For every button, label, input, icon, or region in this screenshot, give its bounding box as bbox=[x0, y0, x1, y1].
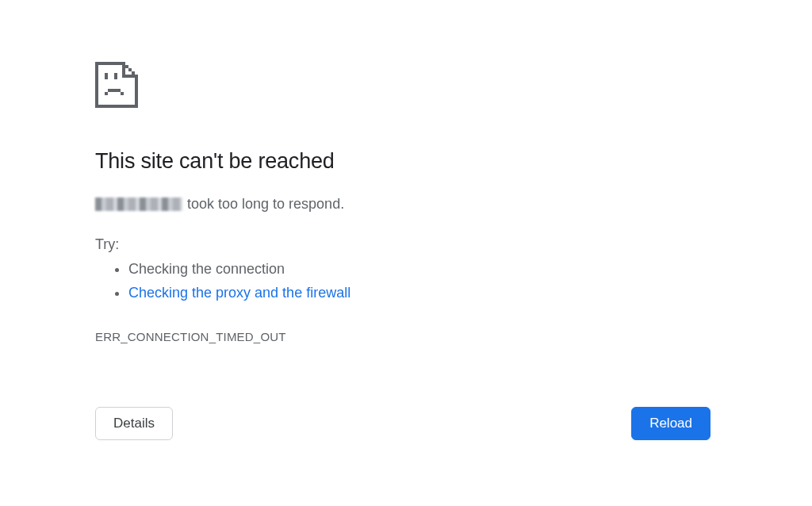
error-page-container: This site can't be reached took too long… bbox=[0, 0, 812, 440]
error-title: This site can't be reached bbox=[95, 149, 717, 174]
svg-rect-1 bbox=[95, 62, 98, 108]
error-code: ERR_CONNECTION_TIMED_OUT bbox=[95, 330, 717, 343]
svg-rect-11 bbox=[108, 89, 121, 92]
sad-page-icon bbox=[95, 62, 717, 108]
error-message-suffix: took too long to respond. bbox=[187, 196, 344, 213]
suggestion-item: Checking the connection bbox=[128, 258, 717, 282]
error-message: took too long to respond. bbox=[95, 196, 717, 213]
suggestion-item: Checking the proxy and the firewall bbox=[128, 282, 717, 305]
details-button[interactable]: Details bbox=[95, 407, 173, 440]
svg-rect-6 bbox=[125, 65, 128, 68]
svg-rect-12 bbox=[105, 92, 108, 95]
suggestion-text: Checking the connection bbox=[128, 261, 285, 277]
try-label: Try: bbox=[95, 236, 717, 253]
suggestion-list: Checking the connection Checking the pro… bbox=[95, 258, 717, 305]
reload-button[interactable]: Reload bbox=[631, 407, 710, 440]
svg-rect-7 bbox=[128, 68, 132, 71]
svg-rect-13 bbox=[121, 92, 124, 95]
svg-rect-10 bbox=[114, 73, 117, 79]
button-row: Details Reload bbox=[95, 407, 717, 440]
redacted-hostname bbox=[95, 197, 182, 211]
svg-rect-9 bbox=[105, 73, 108, 79]
svg-rect-2 bbox=[95, 105, 138, 108]
svg-rect-3 bbox=[135, 75, 138, 108]
svg-rect-8 bbox=[132, 71, 135, 75]
proxy-firewall-link[interactable]: Checking the proxy and the firewall bbox=[128, 285, 350, 301]
svg-rect-5 bbox=[122, 75, 138, 78]
svg-rect-0 bbox=[95, 62, 125, 65]
